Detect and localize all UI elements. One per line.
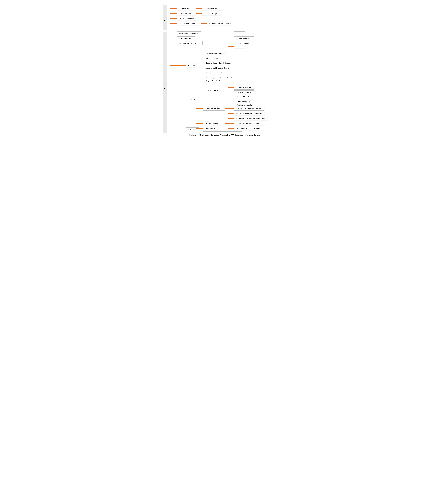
h-methodology <box>170 65 186 66</box>
node-nist: NIST <box>234 31 245 35</box>
node-am: Application Modality <box>234 103 255 107</box>
node-overview: Overview of APT <box>177 12 196 15</box>
h-ss <box>196 58 203 58</box>
node-introduction: Introduction <box>177 7 196 10</box>
h-rq2-to-branch <box>225 108 228 109</box>
h-analysis <box>170 99 186 99</box>
node-discussion: Discussion <box>186 127 199 131</box>
node-sm: Sensors Modality <box>234 86 254 90</box>
h-srm <box>228 92 234 92</box>
node-msv: Mobile Sensors Vulnerabilities <box>207 22 233 25</box>
h-am <box>228 105 234 105</box>
h-sm <box>228 87 234 88</box>
node-ss: Search Strategy <box>203 56 222 60</box>
node-rq: Research Questions <box>203 51 225 55</box>
node-mobile-vuln: Mobile Vulnerabilities <box>177 17 198 20</box>
node-ai-pc: AI Techniques for APT on PC <box>234 122 264 125</box>
node-rg: Research Gaps <box>203 126 221 130</box>
node-cyber: Cybersecurity Framework <box>177 31 201 35</box>
h-ai-mob <box>228 128 234 128</box>
h-ckc <box>228 43 234 43</box>
node-pf: The Proposed Conceptual Framework for AP… <box>203 133 258 137</box>
review-label: Review <box>163 5 167 30</box>
node-iec: Inclusion and Exclusion Criteria <box>203 66 232 70</box>
h-sam <box>170 43 177 43</box>
h-mobile-vuln <box>170 18 177 19</box>
h-rq1 <box>196 90 203 90</box>
h-conclusion <box>170 135 186 135</box>
h-rq3 <box>196 123 203 124</box>
h-psds <box>196 78 203 78</box>
h-mobile-apt <box>228 113 234 114</box>
node-pm: Physical Modality <box>234 95 254 99</box>
node-analysis: Analysis <box>186 97 198 101</box>
h-nist <box>228 33 234 34</box>
h-rg <box>196 128 203 128</box>
node-ai-tech: AI Techniques <box>177 36 195 40</box>
node-dss: Documenting the Search Strategy <box>203 61 234 65</box>
h-rq <box>196 53 203 53</box>
diagram: Review Background Introduction Related W… <box>162 2 273 140</box>
h-psp <box>196 81 203 81</box>
node-ckc: Cyber Kill Chain <box>234 41 253 45</box>
h-rq1-to-branch <box>225 90 228 90</box>
v-analysis-branch <box>196 86 196 127</box>
h-pm <box>228 97 234 97</box>
h-rq3-to-branch <box>225 123 228 124</box>
h-pc-apt <box>228 108 234 109</box>
h-ai-pc <box>228 123 234 124</box>
h-mitre <box>228 46 234 47</box>
h-cyber <box>170 33 177 34</box>
node-rq1: Research Question 1 <box>203 88 225 92</box>
node-apt-mobile: APT on Mobile Sensors <box>177 22 201 25</box>
node-methodology: Methodology <box>186 63 200 67</box>
node-pc-apt: PC APT Detection Mechanisms <box>234 107 264 110</box>
node-rq3: Research Question 3 <box>203 122 225 125</box>
h-introduction <box>170 9 177 9</box>
h-iec <box>196 68 203 68</box>
h-related-work <box>196 9 202 9</box>
h-rq2 <box>196 108 203 109</box>
node-swm: Software Modality <box>234 99 254 103</box>
h-apt-mobile <box>170 23 177 24</box>
h-dss <box>196 63 203 63</box>
v-rq1-branch <box>228 86 228 105</box>
node-sam: Situation Awareness Models <box>177 41 203 45</box>
node-ai-mob: AI Techniques for APT on Mobile <box>234 126 264 130</box>
h-cyber-to-branch <box>201 33 228 34</box>
node-rq2: Research Question 2 <box>203 107 225 110</box>
h-qac <box>196 72 203 73</box>
v-cyber-branch <box>228 31 228 46</box>
node-threat: Threat Modelling <box>234 36 254 40</box>
h-swm <box>228 101 234 101</box>
main-vline <box>170 5 170 136</box>
node-mitre: Mitre <box>234 45 245 48</box>
h-ai-tech <box>170 38 177 38</box>
node-apt-attack: APT Attack Types <box>202 12 221 15</box>
node-psp: Papers Selection Process <box>203 79 229 83</box>
h-overview <box>170 13 177 14</box>
h-threat <box>228 38 234 38</box>
node-qac: Quality Assessment Criteria <box>203 71 230 75</box>
background-label: Background <box>163 32 167 133</box>
node-iot-apt: IoT devices APT Detection Mechanisms <box>234 117 267 120</box>
node-related-work: Related Work <box>202 7 222 10</box>
h-apt-attack <box>196 13 202 14</box>
node-mobile-apt: Mobile APT Detection Mechanisms <box>234 112 264 116</box>
h-msv <box>201 23 207 24</box>
node-srm: Services Modality <box>234 90 254 94</box>
tree-container: Review Background Introduction Related W… <box>169 5 276 137</box>
h-iot-apt <box>228 118 234 119</box>
h-discussion <box>170 129 186 129</box>
